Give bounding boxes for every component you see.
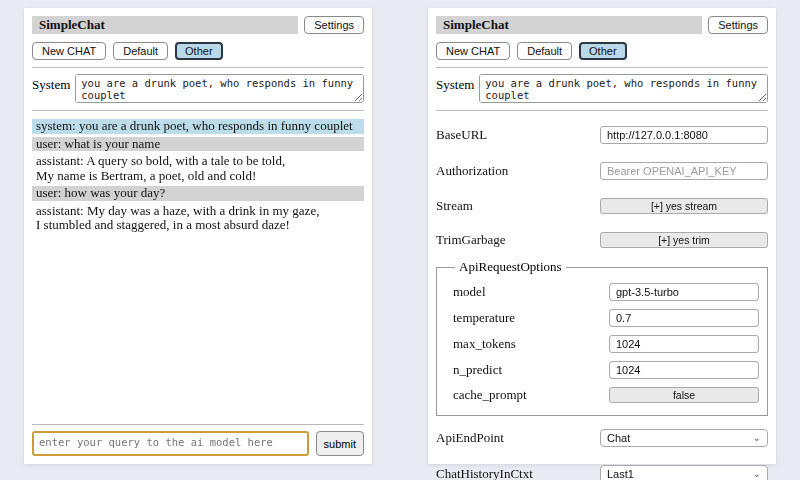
new-chat-button[interactable]: New CHAT — [32, 42, 106, 60]
query-row: submit — [32, 431, 364, 456]
session-toolbar: New CHAT Default Other — [436, 42, 768, 60]
stream-toggle-button[interactable]: [+] yes stream — [600, 198, 768, 214]
cache-prompt-toggle-button[interactable]: false — [609, 387, 759, 403]
baseurl-input[interactable] — [600, 126, 768, 144]
chat-message-system: system: you are a drunk poet, who respon… — [32, 119, 364, 134]
n-predict-label: n_predict — [453, 362, 502, 378]
setting-row-authorization: Authorization — [436, 162, 768, 180]
cache-prompt-label: cache_prompt — [453, 387, 527, 403]
session-tab-other[interactable]: Other — [579, 42, 627, 60]
session-tab-default[interactable]: Default — [113, 42, 168, 60]
system-prompt-input[interactable]: you are a drunk poet, who responds in fu… — [75, 74, 364, 103]
trimgarbage-label: TrimGarbage — [436, 232, 506, 248]
setting-row-apiendpoint: ApiEndPoint Chat ⌄ — [436, 429, 768, 447]
system-prompt-input[interactable]: you are a drunk poet, who responds in fu… — [479, 74, 768, 103]
chat-message-user: user: what is your name — [32, 137, 364, 152]
setting-row-model: model — [453, 283, 759, 301]
model-label: model — [453, 284, 486, 300]
baseurl-label: BaseURL — [436, 127, 487, 143]
authorization-input[interactable] — [600, 162, 768, 180]
settings-button[interactable]: Settings — [708, 16, 768, 34]
system-prompt-row: System you are a drunk poet, who respond… — [32, 74, 364, 103]
max-tokens-label: max_tokens — [453, 336, 516, 352]
chat-log: system: you are a drunk poet, who respon… — [32, 119, 364, 236]
chat-message-assistant: assistant: My day was a haze, with a dri… — [32, 204, 364, 233]
spacer — [32, 236, 364, 418]
max-tokens-input[interactable] — [609, 335, 759, 353]
model-input[interactable] — [609, 283, 759, 301]
trimgarbage-toggle-button[interactable]: [+] yes trim — [600, 232, 768, 248]
api-request-options-fieldset: ApiRequestOptions model temperature max_… — [436, 259, 768, 416]
app-title: SimpleChat — [436, 16, 702, 34]
chat-panel: SimpleChat Settings New CHAT Default Oth… — [24, 8, 372, 464]
chathistory-select[interactable]: Last1 ⌄ — [600, 465, 768, 480]
settings-button[interactable]: Settings — [304, 16, 364, 34]
setting-row-cache-prompt: cache_prompt false — [453, 387, 759, 403]
chat-message-user: user: how was your day? — [32, 186, 364, 201]
divider — [32, 67, 364, 68]
session-tab-other[interactable]: Other — [175, 42, 223, 60]
n-predict-input[interactable] — [609, 361, 759, 379]
query-input[interactable] — [32, 431, 309, 456]
chathistory-selected-value: Last1 — [607, 468, 634, 480]
chathistory-label: ChatHistoryInCtxt — [436, 466, 533, 480]
chevron-down-icon: ⌄ — [753, 433, 761, 443]
system-label: System — [32, 74, 70, 93]
temperature-label: temperature — [453, 310, 515, 326]
submit-button[interactable]: submit — [316, 431, 364, 456]
setting-row-chathistory: ChatHistoryInCtxt Last1 ⌄ — [436, 465, 768, 480]
header: SimpleChat Settings — [436, 16, 768, 34]
chat-message-assistant: assistant: A query so bold, with a tale … — [32, 154, 364, 183]
api-request-options-legend: ApiRequestOptions — [455, 259, 566, 275]
session-toolbar: New CHAT Default Other — [32, 42, 364, 60]
stream-label: Stream — [436, 198, 473, 214]
setting-row-stream: Stream [+] yes stream — [436, 198, 768, 214]
temperature-input[interactable] — [609, 309, 759, 327]
system-prompt-row: System you are a drunk poet, who respond… — [436, 74, 768, 103]
setting-row-trimgarbage: TrimGarbage [+] yes trim — [436, 232, 768, 248]
system-label: System — [436, 74, 474, 93]
authorization-label: Authorization — [436, 163, 508, 179]
divider — [32, 110, 364, 111]
setting-row-max-tokens: max_tokens — [453, 335, 759, 353]
setting-row-temperature: temperature — [453, 309, 759, 327]
apiendpoint-label: ApiEndPoint — [436, 430, 504, 446]
chevron-down-icon: ⌄ — [753, 469, 761, 479]
new-chat-button[interactable]: New CHAT — [436, 42, 510, 60]
apiendpoint-select[interactable]: Chat ⌄ — [600, 429, 768, 447]
divider — [436, 67, 768, 68]
app-title: SimpleChat — [32, 16, 298, 34]
divider — [436, 110, 768, 111]
setting-row-baseurl: BaseURL — [436, 126, 768, 144]
header: SimpleChat Settings — [32, 16, 364, 34]
divider — [32, 424, 364, 425]
settings-panel: SimpleChat Settings New CHAT Default Oth… — [428, 8, 776, 464]
apiendpoint-selected-value: Chat — [607, 432, 630, 444]
session-tab-default[interactable]: Default — [517, 42, 572, 60]
setting-row-n-predict: n_predict — [453, 361, 759, 379]
